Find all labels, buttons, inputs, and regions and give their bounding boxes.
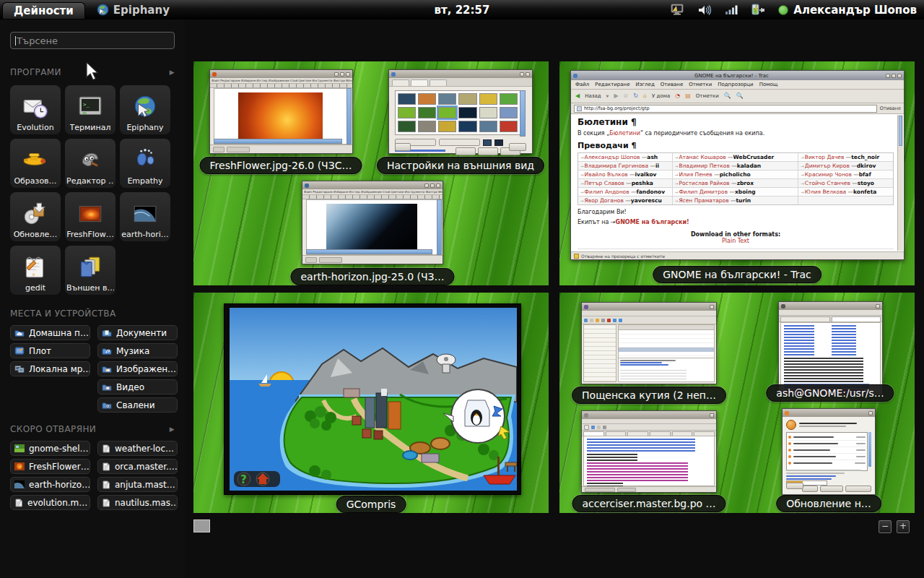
window-gimp-freshflower[interactable]: Файл Редактиране Избиране Изглед Изображ…: [209, 69, 353, 154]
menu-item[interactable]: Помощ: [759, 82, 778, 87]
translator-link[interactable]: Ростислав Райков: [675, 180, 737, 186]
volume-icon[interactable]: [698, 4, 712, 16]
scrollbar[interactable]: [214, 139, 342, 144]
go-button[interactable]: Отиване: [880, 105, 901, 111]
window-gedit[interactable]: [581, 410, 717, 493]
bulletins-link[interactable]: Бюлетини: [609, 130, 640, 137]
search-input[interactable]: Търсене: [10, 32, 175, 49]
back-icon[interactable]: ◀: [575, 93, 580, 99]
app-tile-appearance[interactable]: Външен в…: [65, 246, 116, 295]
translator-link[interactable]: Александър Шопов: [580, 154, 647, 160]
bookmarks-button-label[interactable]: Отметки: [696, 93, 719, 99]
gcompris-help-icon[interactable]: ?: [240, 473, 247, 486]
menu-item[interactable]: Изглед: [635, 82, 654, 87]
place-item-pictures[interactable]: Изображен…: [97, 361, 178, 376]
terminal-output[interactable]: [780, 322, 881, 393]
place-item-downloads[interactable]: Свалени: [97, 397, 178, 413]
place-item-home[interactable]: Домашна п…: [10, 325, 90, 340]
workspace-4[interactable]: Пощенска кутия (2 неп… ash@GNOME:/usr/s…: [559, 293, 915, 513]
add-workspace-button[interactable]: +: [897, 520, 910, 533]
translator-link[interactable]: Филип Димитров: [675, 189, 735, 195]
scrollbar[interactable]: [437, 199, 442, 255]
zoom-in-icon[interactable]: 🔍: [724, 93, 731, 99]
scrollbar[interactable]: [346, 88, 352, 144]
window-evolution[interactable]: [581, 302, 717, 384]
selected-message-row[interactable]: [619, 348, 714, 352]
close-button[interactable]: [710, 413, 714, 418]
scrollbar[interactable]: [520, 90, 526, 137]
window-gimp-earth[interactable]: Файл Редактиране Избиране Изглед Изображ…: [302, 181, 443, 264]
close-button[interactable]: [868, 411, 873, 415]
network-signal-icon[interactable]: [725, 4, 738, 15]
user-menu[interactable]: Александър Шопов: [778, 4, 917, 17]
translator-link[interactable]: Владимир Петков: [675, 163, 737, 169]
minimize-button[interactable]: [886, 74, 890, 78]
history-icon[interactable]: ◔: [675, 93, 680, 99]
activities-button[interactable]: Дейности: [2, 2, 85, 19]
workspace-1[interactable]: Файл Редактиране Избиране Изглед Изображ…: [193, 61, 549, 285]
app-tile-earth[interactable]: earth-hori…: [120, 192, 170, 241]
close-button[interactable]: [897, 74, 902, 78]
window-appearance[interactable]: [388, 69, 533, 154]
terminal-tabs[interactable]: [779, 316, 882, 322]
translator-link[interactable]: Красимир Чонов: [801, 171, 859, 178]
translator-link[interactable]: Илия Пенев: [675, 171, 720, 178]
forward-icon[interactable]: ▶: [614, 93, 618, 99]
home-icon[interactable]: ⌂: [643, 93, 647, 99]
app-tile-gedit[interactable]: gedit: [10, 246, 61, 295]
scrollbar[interactable]: [868, 432, 871, 467]
translator-link[interactable]: Атанас Кошаров: [675, 154, 733, 160]
close-button[interactable]: [526, 72, 530, 77]
plain-text-link[interactable]: Plain Text: [578, 238, 894, 244]
minimize-button[interactable]: [520, 72, 524, 77]
app-tile-terminal[interactable]: >_ Терминал: [65, 85, 116, 134]
gedit-text-area[interactable]: [583, 436, 715, 486]
close-button[interactable]: [710, 305, 714, 309]
menu-item[interactable]: Подпрозорци: [718, 82, 753, 87]
button-stub[interactable]: [820, 486, 843, 492]
minimize-button[interactable]: [334, 72, 339, 77]
minimize-button[interactable]: [424, 184, 429, 188]
bookmarks-icon[interactable]: ▤: [685, 93, 691, 99]
wallpaper-grid[interactable]: [395, 90, 520, 135]
recent-expand-arrow-icon[interactable]: ▶: [170, 426, 175, 433]
home-button-label[interactable]: У дома: [652, 93, 670, 99]
folder-tree[interactable]: [583, 324, 616, 382]
translator-link[interactable]: Петър Славов: [580, 180, 632, 186]
app-tile-gcompris[interactable]: Образов…: [10, 139, 61, 188]
recent-item[interactable]: anjuta.mast…: [97, 477, 178, 492]
translator-link[interactable]: Филип Андонов: [580, 189, 637, 195]
programs-expand-arrow-icon[interactable]: ▶: [170, 69, 175, 76]
updates-list[interactable]: [786, 432, 868, 471]
tab-bar[interactable]: [389, 78, 532, 87]
translator-link[interactable]: Юлия Велкова: [801, 189, 853, 195]
message-list[interactable]: [619, 330, 714, 358]
place-item-desktop[interactable]: Плот: [10, 343, 90, 358]
translator-link[interactable]: Стойчо Станчев: [801, 180, 858, 186]
back-button-label[interactable]: Назад: [585, 93, 601, 99]
reload-icon[interactable]: ↻: [633, 93, 638, 99]
app-tile-updater[interactable]: Обновле…: [10, 192, 61, 241]
remove-workspace-button[interactable]: −: [879, 520, 892, 533]
recent-item[interactable]: FreshFlower…: [10, 459, 90, 474]
menu-item[interactable]: Редактиране: [595, 82, 629, 87]
recent-item[interactable]: nautilus.mas…: [97, 495, 178, 510]
battery-icon[interactable]: [751, 4, 765, 16]
window-terminal[interactable]: [778, 301, 883, 395]
menu-item[interactable]: Файл: [575, 82, 589, 87]
maximize-button[interactable]: [340, 72, 344, 77]
stop-icon[interactable]: ⊘: [624, 93, 629, 99]
app-tile-epiphany[interactable]: Epiphany: [120, 85, 170, 134]
translator-link[interactable]: Явор Доганов: [580, 197, 631, 204]
translator-link[interactable]: Димитър Киров: [801, 163, 857, 169]
menu-item[interactable]: Отиване: [661, 82, 683, 87]
translator-link[interactable]: Ивайло Вълков: [580, 171, 635, 178]
app-tile-gimp[interactable]: Редактор …: [65, 139, 116, 188]
app-tile-freshflower[interactable]: FreshFlow…: [65, 192, 116, 241]
window-trac-browser[interactable]: GNOME на български! - Trac Файл Редактир…: [570, 70, 905, 260]
maximize-button[interactable]: [430, 184, 435, 188]
display-icon[interactable]: [671, 4, 685, 16]
button-stub[interactable]: [845, 486, 871, 492]
window-gcompris[interactable]: ?: [224, 303, 521, 495]
recent-item[interactable]: gnome-shel…: [10, 441, 90, 456]
